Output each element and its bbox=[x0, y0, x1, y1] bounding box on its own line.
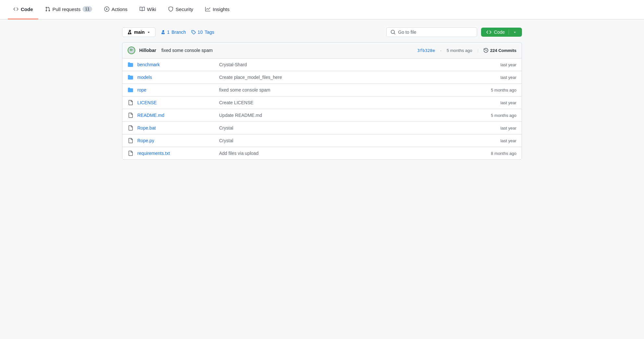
code-btn-chevron bbox=[513, 30, 517, 34]
code-button[interactable]: Code bbox=[481, 28, 522, 37]
avatar bbox=[128, 46, 135, 54]
file-time: last year bbox=[477, 126, 516, 131]
insights-icon bbox=[205, 6, 211, 12]
code-btn-label: Code bbox=[494, 30, 505, 35]
search-icon bbox=[390, 30, 396, 35]
tag-count-link[interactable]: 10 Tags bbox=[191, 30, 214, 35]
nav-actions-label: Actions bbox=[112, 6, 128, 12]
file-commit-msg: fixed some console spam bbox=[219, 87, 474, 93]
branch-count-link[interactable]: 1 Branch bbox=[161, 30, 186, 35]
file-name[interactable]: requirements.txt bbox=[137, 151, 202, 156]
toolbar: main 1 Branch 10 Tags bbox=[122, 27, 522, 37]
code-icon bbox=[13, 6, 19, 12]
actions-icon bbox=[104, 6, 110, 12]
table-row: LICENSECreate LICENSElast year bbox=[122, 96, 522, 109]
branch-info: 1 Branch 10 Tags bbox=[161, 30, 214, 35]
nav-wiki[interactable]: Wiki bbox=[134, 0, 161, 19]
table-row: README.mdUpdate README.md5 months ago bbox=[122, 109, 522, 122]
tag-count-number: 10 bbox=[198, 30, 203, 35]
branch-name: main bbox=[134, 30, 145, 35]
branch-selector[interactable]: main bbox=[122, 27, 155, 37]
file-list: benchmarkCrystal-Shardlast yearmodelsCre… bbox=[122, 58, 522, 159]
nav-security-label: Security bbox=[176, 6, 193, 12]
nav-security[interactable]: Security bbox=[163, 0, 198, 19]
tag-count-label: Tags bbox=[204, 30, 214, 35]
table-row: ropefixed some console spam5 months ago bbox=[122, 84, 522, 96]
nav-actions[interactable]: Actions bbox=[99, 0, 133, 19]
commits-link[interactable]: 224 Commits bbox=[484, 48, 516, 53]
file-name[interactable]: rope bbox=[137, 87, 202, 93]
pr-icon bbox=[45, 6, 51, 12]
nav-pr-label: Pull requests bbox=[53, 6, 81, 12]
file-time: 8 months ago bbox=[477, 151, 516, 156]
file-name[interactable]: Rope.py bbox=[137, 138, 202, 143]
nav-insights-label: Insights bbox=[213, 6, 229, 12]
file-commit-msg: Create place_model_files_here bbox=[219, 75, 474, 80]
history-icon bbox=[484, 48, 488, 53]
file-time: 5 months ago bbox=[477, 113, 516, 118]
file-name[interactable]: README.md bbox=[137, 113, 202, 118]
file-name[interactable]: Rope.bat bbox=[137, 125, 202, 131]
repo-box: Hillobar fixed some console spam 3fb328e… bbox=[122, 42, 522, 160]
file-name[interactable]: models bbox=[137, 75, 202, 80]
file-commit-msg: Update README.md bbox=[219, 113, 474, 118]
main-content: main 1 Branch 10 Tags bbox=[114, 19, 530, 168]
table-row: modelsCreate place_model_files_herelast … bbox=[122, 71, 522, 84]
branch-icon bbox=[127, 30, 132, 35]
commit-meta: 3fb328e · 5 months ago | 224 Commits bbox=[417, 48, 516, 53]
table-row: Rope.pyCrystallast year bbox=[122, 134, 522, 147]
commit-divider: | bbox=[477, 48, 478, 53]
commits-count-label: 224 Commits bbox=[490, 48, 516, 53]
file-commit-msg: Crystal-Shard bbox=[219, 62, 474, 67]
folder-icon bbox=[128, 87, 133, 93]
table-row: benchmarkCrystal-Shardlast year bbox=[122, 58, 522, 71]
code-btn-icon bbox=[486, 30, 491, 35]
file-commit-msg: Crystal bbox=[219, 125, 474, 131]
search-placeholder: Go to file bbox=[398, 30, 416, 35]
folder-icon bbox=[128, 74, 133, 80]
nav-code[interactable]: Code bbox=[8, 0, 38, 19]
pr-badge: 11 bbox=[82, 6, 92, 12]
search-box[interactable]: Go to file bbox=[386, 27, 477, 37]
file-time: 5 months ago bbox=[477, 88, 516, 93]
branch-count-icon bbox=[161, 30, 165, 34]
file-time: last year bbox=[477, 100, 516, 105]
commit-separator: · bbox=[440, 48, 441, 53]
file-commit-msg: Add files via upload bbox=[219, 151, 474, 156]
commit-hash[interactable]: 3fb328e bbox=[417, 48, 435, 53]
file-commit-msg: Crystal bbox=[219, 138, 474, 143]
branch-count-number: 1 bbox=[167, 30, 170, 35]
file-icon bbox=[128, 138, 133, 144]
code-btn-divider bbox=[509, 30, 509, 35]
nav-insights[interactable]: Insights bbox=[200, 0, 235, 19]
file-icon bbox=[128, 125, 133, 131]
nav-bar: Code Pull requests 11 Actions Wiki bbox=[0, 0, 644, 19]
branch-count-label: Branch bbox=[171, 30, 186, 35]
commit-author[interactable]: Hillobar bbox=[139, 48, 156, 53]
table-row: requirements.txtAdd files via upload8 mo… bbox=[122, 147, 522, 159]
wiki-icon bbox=[139, 6, 145, 12]
folder-icon bbox=[128, 62, 133, 68]
nav-code-label: Code bbox=[21, 6, 33, 12]
file-name[interactable]: LICENSE bbox=[137, 100, 202, 105]
nav-wiki-label: Wiki bbox=[147, 6, 156, 12]
commit-time: 5 months ago bbox=[447, 48, 472, 53]
file-icon bbox=[128, 150, 133, 156]
file-time: last year bbox=[477, 75, 516, 80]
table-row: Rope.batCrystallast year bbox=[122, 122, 522, 134]
file-name[interactable]: benchmark bbox=[137, 62, 202, 67]
file-icon bbox=[128, 100, 133, 106]
security-icon bbox=[168, 6, 174, 12]
file-commit-msg: Create LICENSE bbox=[219, 100, 474, 105]
chevron-down-icon bbox=[147, 30, 151, 34]
file-time: last year bbox=[477, 138, 516, 143]
commit-message: fixed some console spam bbox=[161, 48, 213, 53]
nav-pull-requests[interactable]: Pull requests 11 bbox=[40, 0, 97, 19]
file-time: last year bbox=[477, 62, 516, 67]
tag-icon bbox=[191, 30, 196, 34]
commit-header: Hillobar fixed some console spam 3fb328e… bbox=[122, 43, 522, 58]
file-icon bbox=[128, 112, 133, 118]
